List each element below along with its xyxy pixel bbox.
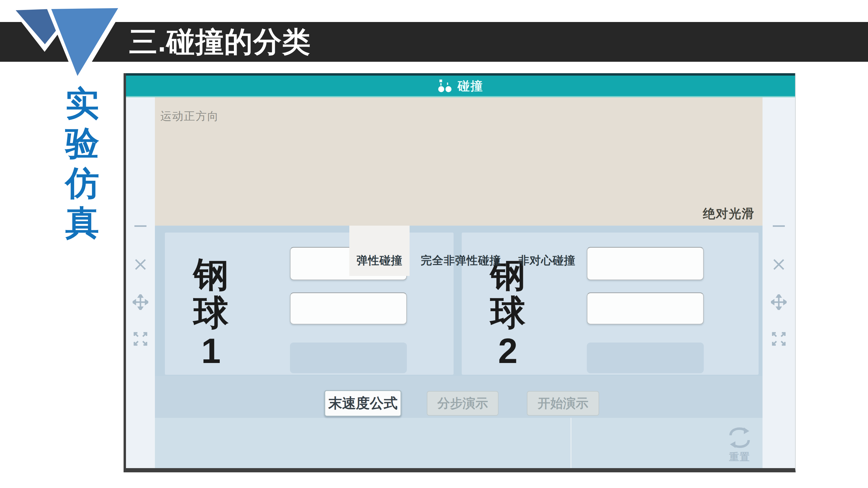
ball2-label-char: 2 bbox=[498, 332, 518, 370]
controls-region: 钢 球 1 钢 球 2 bbox=[155, 226, 763, 468]
direction-label: 运动正方向 bbox=[160, 109, 219, 124]
ball2-readout bbox=[587, 343, 704, 373]
tab-elastic-collision[interactable]: 弹性碰撞 bbox=[349, 226, 410, 276]
tab-off-center-collision[interactable]: 非对心碰撞 bbox=[506, 226, 587, 276]
ball2-label-char: 球 bbox=[490, 294, 525, 332]
move-icon[interactable] bbox=[132, 294, 149, 311]
side-label-char: 验 bbox=[65, 127, 99, 160]
collision-balls-icon bbox=[438, 79, 453, 93]
refresh-icon bbox=[726, 426, 753, 449]
minimize-icon[interactable] bbox=[770, 218, 787, 234]
surface-label: 绝对光滑 bbox=[703, 205, 755, 222]
move-icon[interactable] bbox=[770, 294, 787, 311]
side-label-char: 仿 bbox=[65, 166, 99, 200]
ball1-panel: 钢 球 1 bbox=[165, 233, 454, 375]
left-toolbar bbox=[126, 97, 155, 468]
page-title: 三.碰撞的分类 bbox=[129, 22, 311, 62]
window-title: 碰撞 bbox=[458, 78, 484, 94]
fullscreen-icon[interactable] bbox=[132, 330, 149, 347]
final-velocity-formula-button[interactable]: 末速度公式 bbox=[324, 390, 401, 417]
slide: 三.碰撞的分类 实 验 仿 真 碰撞 bbox=[0, 0, 868, 488]
reset-label: 重置 bbox=[729, 450, 750, 464]
close-icon[interactable] bbox=[770, 256, 787, 273]
ball2-input-1[interactable] bbox=[587, 247, 704, 280]
reset-button[interactable]: 重置 bbox=[714, 426, 765, 464]
close-icon[interactable] bbox=[132, 256, 149, 273]
ball1-input-2[interactable] bbox=[290, 293, 407, 324]
right-toolbar bbox=[763, 97, 795, 468]
fullscreen-icon[interactable] bbox=[770, 330, 787, 347]
slide-side-label: 实 验 仿 真 bbox=[57, 87, 108, 240]
tabbar-separator bbox=[570, 418, 571, 468]
ball1-label-char: 球 bbox=[193, 294, 228, 332]
ball1-readout bbox=[290, 343, 407, 373]
tab-perfectly-inelastic-collision[interactable]: 完全非弹性碰撞 bbox=[412, 226, 509, 276]
ball1-label-char: 钢 bbox=[193, 255, 228, 294]
ball1-label-char: 1 bbox=[201, 332, 221, 370]
window-titlebar[interactable]: 碰撞 bbox=[126, 76, 795, 97]
tabbar bbox=[155, 418, 763, 468]
ball2-input-2[interactable] bbox=[587, 293, 704, 324]
side-label-char: 真 bbox=[65, 206, 99, 240]
window-top-edge bbox=[126, 73, 795, 76]
window-body: 运动正方向 绝对光滑 钢 球 1 bbox=[126, 97, 795, 468]
start-demo-button[interactable]: 开始演示 bbox=[527, 391, 599, 416]
ball1-label: 钢 球 1 bbox=[188, 255, 234, 370]
minimize-icon[interactable] bbox=[132, 218, 149, 234]
step-demo-button[interactable]: 分步演示 bbox=[427, 391, 498, 416]
simulation-canvas[interactable]: 运动正方向 绝对光滑 bbox=[155, 97, 763, 226]
decorative-triangles bbox=[0, 0, 138, 99]
simulation-window: 碰撞 bbox=[124, 73, 796, 472]
